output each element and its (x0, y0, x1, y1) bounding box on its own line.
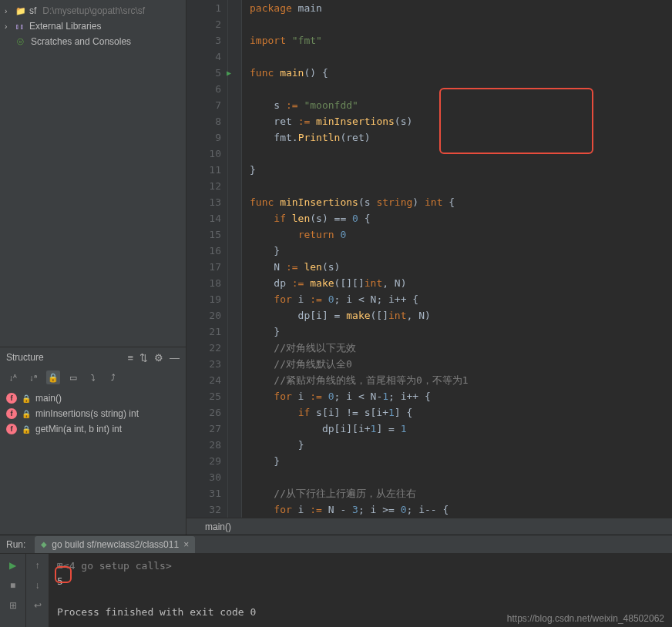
lock-icon: 🔒 (22, 410, 31, 418)
run-action-toolbar: ▶ ■ ⊞ (0, 554, 26, 627)
rerun-icon[interactable]: ▶ (6, 558, 20, 572)
function-icon: f (6, 408, 17, 419)
gear-icon[interactable]: ⚙ (154, 352, 163, 364)
run-label: Run: (6, 539, 25, 550)
breadcrumb[interactable]: main() (186, 518, 672, 535)
structure-toolbar: ↓ᴬ ↓ᵃ 🔒 ▭ ⤵ ⤴ (0, 367, 186, 387)
lock-icon: 🔒 (22, 425, 31, 434)
external-libs-label: External Libraries (29, 21, 101, 32)
editor-pane: 12345▶6789101112131415161718192021222324… (186, 0, 672, 535)
folder-filter-icon[interactable]: ▭ (66, 370, 80, 384)
structure-panel: Structure ≡ ⇅ ⚙ — ↓ᴬ ↓ᵃ 🔒 ▭ ⤵ ⤴ f 🔒 (0, 347, 186, 535)
autoscroll-from-icon[interactable]: ⤵ (86, 370, 100, 384)
run-tab-name: go build sf/newclass2/class011 (52, 539, 179, 550)
run-tool-window: Run: ◆ go build sf/newclass2/class011 × … (0, 535, 672, 627)
watermark: https://blog.csdn.net/weixin_48502062 (507, 613, 664, 624)
close-icon[interactable]: × (183, 539, 189, 550)
root-name: sf (29, 5, 36, 16)
project-tree[interactable]: › 📁 sf D:\mysetup\gopath\src\sf › ⫾⫾ Ext… (0, 0, 186, 347)
project-root[interactable]: › 📁 sf D:\mysetup\gopath\src\sf (0, 3, 186, 18)
go-file-icon: ◆ (41, 540, 47, 548)
folder-icon: 📁 (15, 6, 26, 16)
lock-icon: 🔒 (22, 394, 31, 403)
expand-all-icon[interactable]: ≡ (127, 352, 133, 364)
code-area[interactable]: 12345▶6789101112131415161718192021222324… (186, 0, 672, 518)
run-nav-toolbar: ↑ ↓ ↩ (26, 554, 49, 627)
external-libraries[interactable]: › ⫾⫾ External Libraries (0, 18, 186, 34)
scratches-icon: ⦾ (17, 37, 28, 47)
lock-filter-icon[interactable]: 🔒 (46, 370, 60, 384)
run-config-tab[interactable]: ◆ go build sf/newclass2/class011 × (35, 536, 195, 553)
line-gutter[interactable]: 12345▶6789101112131415161718192021222324… (186, 0, 228, 518)
structure-list[interactable]: f 🔒 main() f 🔒 minInsertions(s string) i… (0, 387, 186, 440)
run-tabs: Run: ◆ go build sf/newclass2/class011 × (0, 535, 672, 554)
chevron-right-icon[interactable]: › (5, 22, 12, 31)
minimize-icon[interactable]: — (170, 352, 180, 364)
down-icon[interactable]: ↓ (31, 578, 45, 592)
sort-alpha-icon[interactable]: ↓ᴬ (6, 370, 20, 384)
function-icon: f (6, 424, 17, 434)
structure-header: Structure ≡ ⇅ ⚙ — (0, 347, 186, 367)
stop-icon[interactable]: ■ (6, 578, 20, 592)
scratches-label: Scratches and Consoles (31, 36, 131, 47)
struct-item-getmin[interactable]: f 🔒 getMin(a int, b int) int (6, 421, 180, 437)
chevron-right-icon[interactable]: › (5, 7, 12, 15)
autoscroll-to-icon[interactable]: ⤴ (106, 370, 120, 384)
fold-gutter[interactable] (228, 0, 242, 518)
function-icon: f (6, 393, 17, 404)
struct-item-mininsertions[interactable]: f 🔒 minInsertions(s string) int (6, 406, 180, 421)
scratches[interactable]: ⦾ Scratches and Consoles (0, 34, 186, 49)
collapse-all-icon[interactable]: ⇅ (139, 352, 148, 364)
library-icon: ⫾⫾ (15, 22, 26, 31)
root-path: D:\mysetup\gopath\src\sf (42, 5, 145, 16)
left-pane: › 📁 sf D:\mysetup\gopath\src\sf › ⫾⫾ Ext… (0, 0, 186, 535)
up-icon[interactable]: ↑ (31, 558, 45, 572)
layout-icon[interactable]: ⊞ (6, 598, 20, 612)
sort-order-icon[interactable]: ↓ᵃ (26, 370, 40, 384)
wrap-icon[interactable]: ↩ (31, 598, 45, 612)
structure-title: Structure (6, 352, 44, 363)
struct-item-main[interactable]: f 🔒 main() (6, 391, 180, 406)
code-content[interactable]: package mainimport "fmt"func main() { s … (242, 0, 672, 518)
